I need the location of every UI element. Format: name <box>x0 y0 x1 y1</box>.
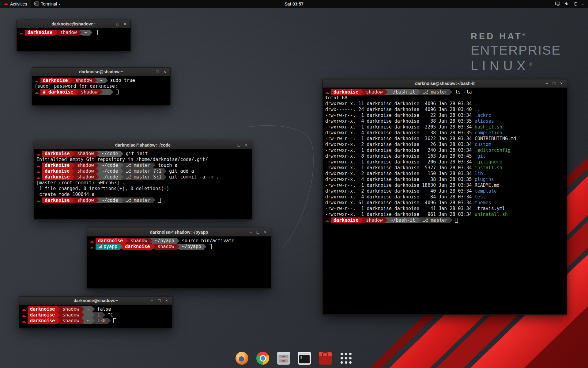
terminal-body[interactable]: darknoiseshadow~ <box>17 28 130 37</box>
maximize-button[interactable]: □ <box>154 68 161 76</box>
ls-entry-meta: drwxrwxr-x. 8 darknoise darknoise 163 Ja… <box>325 153 475 159</box>
maximize-button[interactable]: □ <box>550 79 558 87</box>
terminal-line: -rwxrwxr-x. 1 darknoise darknoise 2205 J… <box>325 124 564 130</box>
powerline-separator-icon <box>111 89 113 95</box>
terminal-line: Initialized empty Git repository in /hom… <box>36 157 249 163</box>
powerline-separator-icon <box>177 238 179 243</box>
chevron-down-icon: ▾ <box>59 2 60 6</box>
prompt-segment-path: ~/code <box>99 151 120 157</box>
window-controls: −□× <box>146 68 168 76</box>
close-button[interactable]: × <box>243 141 250 149</box>
minimize-button[interactable]: − <box>146 68 154 76</box>
maximize-button[interactable]: □ <box>254 228 262 236</box>
powerline-separator-icon <box>90 30 92 35</box>
ls-entry-name: aliases <box>475 118 494 124</box>
dock-terminal-icon[interactable] <box>297 351 312 366</box>
ls-entry-name: lib <box>475 171 483 176</box>
terminal-line: darknoiseshadow~/code⎇ mastertouch a <box>36 163 249 168</box>
ls-entry-name: template <box>475 188 497 194</box>
prompt-segment-user: darknoise <box>42 168 72 174</box>
minimize-button[interactable]: − <box>107 20 114 28</box>
maximize-button[interactable]: □ <box>114 20 121 28</box>
close-button[interactable]: × <box>161 68 168 76</box>
powerline-separator-icon <box>120 244 123 249</box>
volume-icon[interactable] <box>564 2 569 7</box>
output-text: 1 file changed, 0 insertions(+), 0 delet… <box>36 186 169 191</box>
command-text: false <box>97 306 111 312</box>
ls-entry-meta: -rwxrwxr-x. 1 darknoise darknoise 961 Ja… <box>325 212 475 217</box>
window-titlebar[interactable]: darknoise@shadow:~−□× <box>17 20 130 28</box>
power-icon[interactable] <box>573 2 578 7</box>
desktop: RED HAT® ENTERPRISE LINUX® Activities >_… <box>0 0 588 368</box>
terminal-body[interactable]: darknoiseshadow~/pyappsource bin/activat… <box>87 236 271 251</box>
terminal-line: create mode 100644 a <box>36 192 249 197</box>
prompt-segment-user: darknoise <box>331 217 361 223</box>
chevron-down-icon[interactable]: ▾ <box>582 2 584 6</box>
dock <box>235 351 353 366</box>
display-icon[interactable] <box>555 2 560 7</box>
firefox-icon <box>236 352 248 365</box>
ls-entry-name: .. <box>475 107 480 112</box>
terminal-window-home-2[interactable]: darknoise@shadow:~−□×darknoiseshadow~fal… <box>19 296 172 328</box>
powerline-separator-icon <box>57 306 60 312</box>
ls-entry-meta: -rw-rw-r--. 1 darknoise darknoise 18630 … <box>325 182 475 188</box>
dock-toolbox-icon[interactable] <box>318 351 333 366</box>
powerline-separator-icon <box>164 168 167 174</box>
terminal-window-sudo[interactable]: darknoise@shadow:~−□×darknoiseshadow~sud… <box>32 67 171 105</box>
close-button[interactable]: × <box>262 228 269 236</box>
terminal-line: darknoiseshadow~1^C <box>22 312 170 318</box>
terminal-body[interactable]: darknoiseshadow~falsedarknoiseshadow~1^C… <box>19 305 172 325</box>
close-button[interactable]: × <box>558 79 565 87</box>
powerline-separator-icon <box>105 78 108 83</box>
clock[interactable]: Sat 03:57 <box>285 2 303 6</box>
maximize-button[interactable]: □ <box>235 141 243 149</box>
window-title: darknoise@shadow:~/bash-it <box>323 81 567 86</box>
terminal-window-bash-it[interactable]: darknoise@shadow:~/bash-it−□×darknoisesh… <box>322 79 567 315</box>
window-titlebar[interactable]: darknoise@shadow:~/bash-it−□× <box>323 79 567 88</box>
prompt-segment-path: ~/pyapp <box>152 238 176 244</box>
dock-firefox-icon[interactable] <box>235 351 249 366</box>
powerline-separator-icon <box>81 318 84 324</box>
ls-entry-name: .git <box>475 153 486 159</box>
terminal-window-code[interactable]: darknoise@shadow:~/code−□×darknoiseshado… <box>34 141 252 219</box>
files-icon <box>277 352 290 365</box>
minimize-button[interactable]: − <box>228 141 235 149</box>
minimize-button[interactable]: − <box>148 297 156 305</box>
terminal-window-pyapp[interactable]: darknoise@shadow:~/pyapp−□×darknoiseshad… <box>87 228 271 289</box>
ls-entry-meta: drwxrwxr-x. 2 darknoise darknoise 40 Jan… <box>325 188 475 194</box>
window-titlebar[interactable]: darknoise@shadow:~−□× <box>19 297 172 305</box>
terminal-line: darknoiseshadow~/bash-it⎇ masterls -la <box>325 89 564 95</box>
ls-entry-name: install.sh <box>475 165 502 171</box>
dock-chrome-icon[interactable] <box>255 351 270 366</box>
minimize-button[interactable]: − <box>247 228 254 236</box>
output-text: create mode 100644 a <box>36 192 95 197</box>
powerline-separator-icon <box>72 151 75 156</box>
close-button[interactable]: × <box>121 20 129 28</box>
terminal-body[interactable]: darknoiseshadow~/bash-it⎇ masterls -lato… <box>323 88 567 225</box>
powerline-separator-icon <box>149 238 152 243</box>
redhat-prompt-icon <box>36 168 42 174</box>
activities-button[interactable]: Activities <box>0 0 31 8</box>
window-titlebar[interactable]: darknoise@shadow:~−□× <box>32 68 170 76</box>
ls-entry-name: .gitignore <box>475 159 502 165</box>
terminal-body[interactable]: darknoiseshadow~/codegit initInitialized… <box>34 149 252 205</box>
dock-app-grid-icon[interactable] <box>339 351 353 366</box>
close-button[interactable]: × <box>163 297 170 305</box>
prompt-segment-user: darknoise <box>28 318 57 324</box>
minimize-button[interactable]: − <box>543 79 550 87</box>
window-controls: −□× <box>148 297 170 305</box>
app-menu-terminal[interactable]: >_ Terminal ▾ <box>31 0 64 8</box>
terminal-window-home-1[interactable]: darknoise@shadow:~−□×darknoiseshadow~ <box>17 20 131 51</box>
windows-layer: darknoise@shadow:~−□×darknoiseshadow~dar… <box>0 0 588 368</box>
window-titlebar[interactable]: darknoise@shadow:~/pyapp−□× <box>87 228 271 236</box>
window-title: darknoise@shadow:~/code <box>34 143 252 148</box>
powerline-separator-icon <box>96 174 99 180</box>
powerline-separator-icon <box>72 163 75 168</box>
window-titlebar[interactable]: darknoise@shadow:~/code−□× <box>34 141 252 149</box>
maximize-button[interactable]: □ <box>156 297 163 305</box>
command-text: git init <box>126 151 148 156</box>
terminal-line: darknoiseshadow~/code⎇ master ?:1git add… <box>36 168 249 174</box>
dock-files-icon[interactable] <box>276 351 291 366</box>
terminal-body[interactable]: darknoiseshadow~sudo true[sudo] password… <box>32 76 170 97</box>
ls-entry-meta: -rwxrwxr-x. 1 darknoise darknoise 5327 J… <box>325 165 475 171</box>
